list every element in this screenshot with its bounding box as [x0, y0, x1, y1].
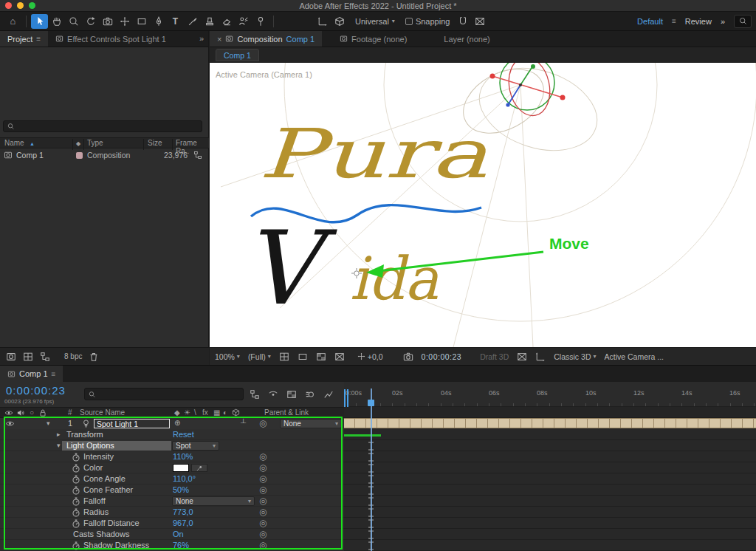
zoom-tool-button[interactable] [65, 14, 82, 29]
tab-footage[interactable]: Footage (none) [332, 31, 414, 47]
property-value[interactable]: 110,0° [173, 474, 196, 483]
stopwatch-icon[interactable] [71, 507, 81, 518]
trash-icon[interactable] [89, 352, 99, 362]
property-value[interactable]: 50% [173, 485, 189, 494]
property-label[interactable]: Color [83, 463, 103, 472]
shape-tool-button[interactable] [133, 14, 150, 29]
proxy-icon[interactable] [23, 352, 33, 362]
motion-blur-switch-header[interactable]: ▦ [213, 408, 220, 417]
snap-option-2-button[interactable] [471, 14, 488, 29]
stopwatch-icon[interactable] [71, 496, 81, 507]
property-value[interactable]: On [173, 530, 184, 538]
layer-expander-icon[interactable]: ▾ [47, 420, 50, 427]
layer-pickwhip-icon[interactable]: ◎ [259, 418, 267, 428]
workspace-review-button[interactable]: Review [685, 17, 712, 26]
home-tool-button[interactable]: ⌂ [4, 14, 21, 29]
property-pickwhip-icon[interactable]: ◎ [259, 540, 267, 550]
universal-dropdown[interactable]: Universal ▾ [355, 17, 395, 26]
x-axis-handle[interactable] [560, 95, 566, 100]
workspace-menu-icon[interactable]: ≡ [672, 17, 676, 25]
falloff-dropdown[interactable]: None ▾ [172, 496, 255, 506]
property-label[interactable]: Intensity [83, 452, 114, 461]
column-divider[interactable] [143, 139, 144, 150]
snap-option-1-button[interactable] [454, 14, 471, 29]
reset-link[interactable]: Reset [173, 430, 194, 439]
property-value[interactable]: 76% [173, 541, 189, 550]
lock-icon[interactable] [38, 408, 47, 417]
property-value[interactable]: 110% [173, 452, 193, 461]
light-type-dropdown[interactable]: Spot ▾ [172, 441, 219, 451]
region-of-interest-icon[interactable] [298, 352, 308, 362]
axis-mode-button[interactable] [314, 14, 331, 29]
hand-tool-button[interactable] [48, 14, 65, 29]
composition-mini-flowchart-icon[interactable] [250, 389, 260, 400]
exposure-offset[interactable]: +0,0 [357, 352, 383, 361]
x-axis-handle[interactable] [490, 74, 495, 79]
layer-number-header[interactable]: # [68, 408, 72, 417]
column-size[interactable]: Size [148, 139, 162, 147]
property-label[interactable]: Falloff Distance [83, 519, 140, 527]
property-pickwhip-icon[interactable]: ◎ [259, 473, 267, 484]
selection-tool-button[interactable] [31, 14, 48, 29]
quality-switch-header[interactable]: \ [194, 408, 196, 417]
cube-3d-switch-header[interactable] [232, 408, 240, 417]
timeline-tab-comp1[interactable]: Comp 1 ≡ [0, 366, 63, 382]
eye-icon[interactable] [5, 419, 15, 428]
stopwatch-icon[interactable] [71, 519, 81, 529]
frame-blending-icon[interactable] [286, 389, 297, 400]
parent-link-dropdown[interactable]: None ▾ [280, 419, 342, 428]
snapshot-camera-icon[interactable] [403, 352, 413, 362]
time-ruler[interactable]: 0:00s 02s 04s 06s 08s 10s 12s 14s 16s [344, 382, 756, 407]
timeline-search-input[interactable] [98, 390, 239, 398]
interpret-footage-icon[interactable] [6, 352, 16, 362]
group-expander-icon[interactable]: ▾ [57, 442, 61, 449]
timeline-track-area[interactable]: 0:00s 02s 04s 06s 08s 10s 12s 14s 16s [344, 382, 756, 551]
camera-wireframe-icon[interactable] [535, 352, 546, 362]
workspace-search-button[interactable] [734, 15, 752, 28]
brush-tool-button[interactable] [184, 14, 201, 29]
column-divider[interactable] [172, 139, 173, 150]
layer-duration-bar[interactable] [344, 418, 756, 428]
snapping-toggle[interactable]: Snapping [405, 17, 450, 26]
property-label[interactable]: Radius [83, 507, 109, 516]
draft-3d-toggle[interactable]: Draft 3D [480, 352, 509, 361]
orbit-camera-tool-button[interactable] [82, 14, 99, 29]
stopwatch-icon[interactable] [71, 452, 81, 462]
playhead-line[interactable] [371, 389, 372, 551]
label-flag-icon[interactable] [55, 408, 63, 417]
audio-icon[interactable] [16, 408, 25, 417]
column-divider[interactable] [72, 139, 73, 150]
track-rows[interactable] [344, 429, 756, 551]
eraser-tool-button[interactable] [218, 14, 235, 29]
column-name[interactable]: Name [4, 139, 24, 147]
project-search-input[interactable] [17, 123, 198, 131]
panel-menu-icon[interactable]: ≡ [36, 35, 41, 43]
clone-stamp-tool-button[interactable] [201, 14, 218, 29]
label-column-icon[interactable]: ◆ [76, 140, 80, 147]
property-label[interactable]: Falloff [83, 496, 106, 505]
property-pickwhip-icon[interactable]: ◎ [259, 462, 267, 473]
roto-brush-tool-button[interactable] [235, 14, 252, 29]
group-expander-icon[interactable]: ▸ [57, 431, 61, 438]
workspace-default-button[interactable]: Default [637, 17, 663, 26]
stopwatch-icon[interactable] [71, 485, 81, 496]
graph-editor-icon[interactable] [323, 389, 334, 400]
adjustment-switch-header[interactable]: ◐ [223, 408, 227, 417]
resolution-select[interactable]: (Full) ▾ [248, 352, 271, 361]
property-pickwhip-icon[interactable]: ◎ [259, 507, 267, 517]
camera-tool-button[interactable] [99, 14, 116, 29]
solo-icon[interactable]: ○ [30, 408, 34, 417]
view-select[interactable]: Active Camera ... [604, 352, 664, 361]
label-color-swatch[interactable] [76, 152, 83, 159]
playhead-handle[interactable] [368, 400, 374, 406]
timeline-search[interactable] [84, 388, 244, 400]
parent-link-header[interactable]: Parent & Link [264, 408, 309, 417]
color-swatch[interactable] [173, 464, 189, 472]
parent-pickwhip-anchor-icon[interactable]: ┴ [241, 419, 246, 427]
tab-effect-controls[interactable]: Effect Controls Spot Light 1 [48, 31, 173, 47]
motion-blur-icon[interactable] [305, 389, 315, 400]
y-axis-handle[interactable] [531, 64, 535, 69]
property-pickwhip-icon[interactable]: ◎ [259, 496, 267, 506]
local-axis-mode-button[interactable] [331, 14, 348, 29]
pan-behind-tool-button[interactable] [116, 14, 133, 29]
